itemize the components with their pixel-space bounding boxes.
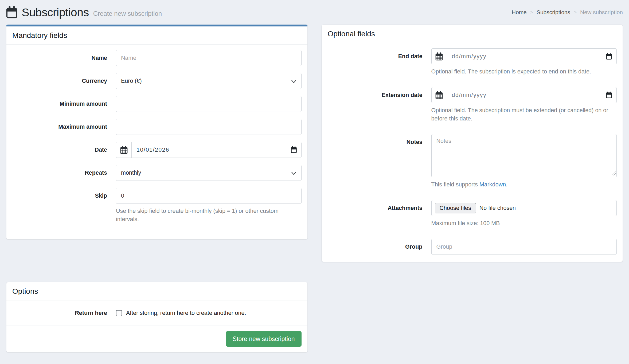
title-wrap: Subscriptions Create new subscription: [6, 6, 162, 19]
page-subtitle: Create new subscription: [93, 7, 162, 17]
optional-fields-body: End date: [322, 43, 623, 262]
skip-label: Skip: [12, 188, 107, 204]
end-date-input[interactable]: dd/mm/yyyy: [431, 48, 617, 64]
form-row-currency: Currency Euro (€): [12, 73, 302, 89]
markdown-link[interactable]: Markdown: [479, 181, 506, 188]
form-row-date: Date: [12, 142, 302, 158]
chevron-down-icon: [291, 78, 296, 85]
return-here-description: After storing, return here to create ano…: [126, 309, 246, 317]
left-column: Mandatory fields Name Currency Euro (€): [6, 25, 308, 352]
skip-help: Use the skip field to create bi-monthly …: [116, 207, 302, 224]
page-title: Subscriptions: [22, 6, 89, 19]
extension-date-label: Extension date: [328, 87, 423, 103]
date-label: Date: [12, 142, 107, 158]
choose-files-button[interactable]: Choose files: [435, 203, 476, 213]
store-new-subscription-button[interactable]: Store new subscription: [226, 331, 302, 347]
calendar-grid-icon: [116, 142, 132, 158]
form-row-return-here: Return here After storing, return here t…: [12, 309, 302, 317]
form-row-end-date: End date: [328, 48, 617, 76]
attachments-file-input[interactable]: Choose files No file chosen: [431, 200, 617, 216]
form-row-attachments: Attachments Choose files No file chosen …: [328, 200, 617, 228]
breadcrumb-subscriptions[interactable]: Subscriptions: [537, 9, 570, 15]
breadcrumb-home[interactable]: Home: [512, 9, 527, 15]
name-input[interactable]: [116, 50, 302, 66]
options-title: Options: [6, 282, 307, 300]
attachments-label: Attachments: [328, 200, 423, 216]
date-picker-icon[interactable]: [606, 53, 612, 60]
group-input[interactable]: [431, 239, 617, 255]
notes-help-period: .: [506, 181, 507, 188]
options-footer: Store new subscription: [6, 326, 307, 352]
group-label: Group: [328, 239, 423, 255]
optional-fields-card: Optional fields End date: [322, 25, 623, 262]
return-here-checkbox[interactable]: [116, 310, 122, 316]
form-row-skip: Skip Use the skip field to create bi-mon…: [12, 188, 302, 224]
extension-date-input[interactable]: dd/mm/yyyy: [431, 87, 617, 103]
form-row-maximum-amount: Maximum amount: [12, 119, 302, 135]
main-content: Mandatory fields Name Currency Euro (€): [0, 25, 629, 352]
attachments-help: Maximum file size: 100 MB: [431, 219, 617, 228]
date-input[interactable]: 10/01/2026: [116, 142, 302, 158]
currency-select-value: Euro (€): [121, 78, 142, 84]
options-card: Options Return here After storing, retur…: [6, 282, 308, 352]
end-date-label: End date: [328, 48, 423, 64]
calendar-grid-icon: [432, 87, 447, 103]
right-column: Optional fields End date: [322, 25, 623, 262]
date-picker-icon[interactable]: [291, 146, 297, 153]
extension-date-help: Optional field. The subscription must be…: [431, 106, 617, 123]
notes-help-text: This field supports: [431, 181, 479, 188]
minimum-amount-input[interactable]: [116, 96, 302, 112]
file-chosen-status: No file chosen: [479, 205, 516, 212]
notes-label: Notes: [328, 134, 423, 150]
end-date-help: Optional field. The subscription is expe…: [431, 68, 617, 76]
extension-date-placeholder: dd/mm/yyyy: [447, 92, 606, 99]
date-picker-icon[interactable]: [606, 92, 612, 99]
form-row-name: Name: [12, 50, 302, 66]
minimum-amount-label: Minimum amount: [12, 96, 107, 112]
calendar-grid-icon: [432, 49, 447, 64]
repeats-select[interactable]: monthly: [116, 165, 302, 181]
repeats-select-value: monthly: [121, 170, 141, 176]
end-date-placeholder: dd/mm/yyyy: [447, 53, 606, 60]
name-label: Name: [12, 50, 107, 66]
mandatory-fields-body: Name Currency Euro (€): [6, 45, 307, 239]
form-row-group: Group: [328, 239, 617, 255]
breadcrumb-separator: >: [530, 9, 533, 15]
form-row-notes: Notes This field supports Markdown.: [328, 134, 617, 189]
return-here-label: Return here: [12, 309, 107, 317]
content-header: Subscriptions Create new subscription Ho…: [0, 0, 629, 25]
maximum-amount-input[interactable]: [116, 119, 302, 135]
form-row-minimum-amount: Minimum amount: [12, 96, 302, 112]
notes-help: This field supports Markdown.: [431, 181, 617, 189]
repeats-label: Repeats: [12, 165, 107, 181]
breadcrumb-current: New subscription: [580, 9, 623, 15]
skip-input[interactable]: [116, 188, 302, 204]
mandatory-fields-card: Mandatory fields Name Currency Euro (€): [6, 25, 308, 239]
breadcrumb: Home > Subscriptions > New subscription: [512, 9, 623, 15]
calendar-icon: [6, 6, 17, 18]
optional-fields-title: Optional fields: [322, 25, 623, 43]
page: Subscriptions Create new subscription Ho…: [0, 0, 629, 364]
maximum-amount-label: Maximum amount: [12, 119, 107, 135]
notes-textarea[interactable]: [431, 134, 617, 177]
chevron-down-icon: [291, 170, 296, 177]
form-row-extension-date: Extension date: [328, 87, 617, 123]
mandatory-fields-title: Mandatory fields: [6, 26, 307, 45]
currency-select[interactable]: Euro (€): [116, 73, 302, 89]
breadcrumb-separator: >: [574, 9, 577, 15]
currency-label: Currency: [12, 73, 107, 89]
form-row-repeats: Repeats monthly: [12, 165, 302, 181]
options-body: Return here After storing, return here t…: [6, 300, 307, 326]
date-value: 10/01/2026: [132, 147, 291, 153]
